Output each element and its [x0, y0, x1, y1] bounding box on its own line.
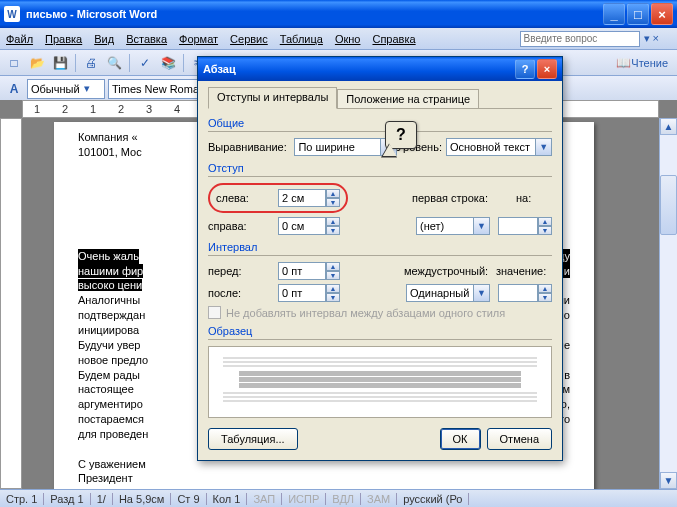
after-up-icon[interactable]: ▲: [326, 284, 340, 293]
style-combo[interactable]: Обычный▾: [27, 79, 105, 99]
status-ext[interactable]: ВДЛ: [326, 493, 361, 505]
help-search-input[interactable]: [520, 31, 640, 47]
indent-right-up-icon[interactable]: ▲: [326, 217, 340, 226]
dialog-close-button[interactable]: ×: [537, 59, 557, 79]
paragraph-dialog: Абзац ? × Отступы и интервалы Положение …: [197, 56, 563, 461]
dialog-title: Абзац: [203, 63, 236, 75]
reading-mode-button[interactable]: 📖 Чтение: [611, 53, 673, 73]
indent-left-up-icon[interactable]: ▲: [326, 189, 340, 198]
alignment-combo[interactable]: По ширине: [294, 138, 380, 156]
status-rec[interactable]: ЗАП: [247, 493, 282, 505]
dialog-help-button[interactable]: ?: [515, 59, 535, 79]
at-down-icon[interactable]: ▼: [538, 293, 552, 302]
at-label: значение:: [496, 265, 546, 277]
status-page: Стр. 1: [0, 493, 44, 505]
menu-view[interactable]: Вид: [94, 33, 114, 45]
maximize-button[interactable]: □: [627, 3, 649, 25]
tab-page-position[interactable]: Положение на странице: [337, 89, 479, 108]
titlebar: W письмо - Microsoft Word _ □ ×: [0, 0, 677, 28]
status-col: Кол 1: [207, 493, 248, 505]
before-input[interactable]: 0 пт: [278, 262, 326, 280]
menubar: Файл Правка Вид Вставка Формат Сервис Та…: [0, 28, 677, 50]
menu-format[interactable]: Формат: [179, 33, 218, 45]
preview-box: [208, 346, 552, 418]
spell-button[interactable]: ✓: [135, 53, 155, 73]
by-up-icon[interactable]: ▲: [538, 217, 552, 226]
firstline-label: первая строка:: [412, 192, 492, 204]
status-bar: Стр. 1 Разд 1 1/ На 5,9см Ст 9 Кол 1 ЗАП…: [0, 489, 677, 507]
after-input[interactable]: 0 пт: [278, 284, 326, 302]
status-ovr[interactable]: ЗАМ: [361, 493, 397, 505]
menu-insert[interactable]: Вставка: [126, 33, 167, 45]
group-general-label: Общие: [208, 117, 552, 129]
indent-left-label: слева:: [216, 192, 272, 204]
print-button[interactable]: 🖨: [81, 53, 101, 73]
ok-button[interactable]: ОК: [440, 428, 481, 450]
alignment-label: Выравнивание:: [208, 141, 288, 153]
status-pages: 1/: [91, 493, 113, 505]
status-trk[interactable]: ИСПР: [282, 493, 326, 505]
by-input[interactable]: [498, 217, 538, 235]
firstline-dropdown-icon[interactable]: ▼: [474, 217, 490, 235]
menu-help[interactable]: Справка: [372, 33, 415, 45]
before-up-icon[interactable]: ▲: [326, 262, 340, 271]
save-button[interactable]: 💾: [50, 53, 70, 73]
linespacing-label: междустрочный:: [404, 265, 490, 277]
menu-table[interactable]: Таблица: [280, 33, 323, 45]
at-input[interactable]: [498, 284, 538, 302]
tabs-button[interactable]: Табуляция...: [208, 428, 298, 450]
highlight-indent-left: слева: 2 см ▲ ▼: [208, 183, 348, 213]
app-icon: W: [4, 6, 20, 22]
help-callout: ?: [385, 121, 417, 149]
level-dropdown-icon[interactable]: ▼: [536, 138, 552, 156]
indent-right-input[interactable]: 0 см: [278, 217, 326, 235]
styles-pane-icon[interactable]: A: [4, 79, 24, 99]
menu-chevron[interactable]: ▾ ×: [644, 32, 659, 45]
group-indent-label: Отступ: [208, 162, 552, 174]
before-down-icon[interactable]: ▼: [326, 271, 340, 280]
linespacing-combo[interactable]: Одинарный: [406, 284, 474, 302]
indent-right-label: справа:: [208, 220, 272, 232]
scroll-thumb[interactable]: [660, 175, 677, 235]
at-up-icon[interactable]: ▲: [538, 284, 552, 293]
vertical-scrollbar[interactable]: ▲ ▼: [659, 118, 677, 489]
nospace-checkbox[interactable]: [208, 306, 221, 319]
scroll-up-icon[interactable]: ▲: [660, 118, 677, 135]
vertical-ruler[interactable]: [0, 118, 22, 489]
group-preview-label: Образец: [208, 325, 552, 337]
tab-indents-spacing[interactable]: Отступы и интервалы: [208, 87, 337, 109]
research-button[interactable]: 📚: [158, 53, 178, 73]
status-line: Ст 9: [171, 493, 206, 505]
dialog-tabs: Отступы и интервалы Положение на страниц…: [208, 87, 552, 109]
status-language[interactable]: русский (Ро: [397, 493, 469, 505]
nospace-label: Не добавлять интервал между абзацами одн…: [226, 307, 505, 319]
dialog-titlebar[interactable]: Абзац ? ×: [198, 57, 562, 81]
close-button[interactable]: ×: [651, 3, 673, 25]
indent-left-input[interactable]: 2 см: [278, 189, 326, 207]
open-button[interactable]: 📂: [27, 53, 47, 73]
window-title: письмо - Microsoft Word: [26, 8, 157, 20]
firstline-combo[interactable]: (нет): [416, 217, 474, 235]
indent-left-down-icon[interactable]: ▼: [326, 198, 340, 207]
preview-button[interactable]: 🔍: [104, 53, 124, 73]
status-at: На 5,9см: [113, 493, 171, 505]
group-spacing-label: Интервал: [208, 241, 552, 253]
menu-edit[interactable]: Правка: [45, 33, 82, 45]
minimize-button[interactable]: _: [603, 3, 625, 25]
menu-file[interactable]: Файл: [6, 33, 33, 45]
scroll-down-icon[interactable]: ▼: [660, 472, 677, 489]
by-down-icon[interactable]: ▼: [538, 226, 552, 235]
before-label: перед:: [208, 265, 272, 277]
linespacing-dropdown-icon[interactable]: ▼: [474, 284, 490, 302]
by-label: на:: [516, 192, 546, 204]
menu-window[interactable]: Окно: [335, 33, 361, 45]
new-button[interactable]: □: [4, 53, 24, 73]
menu-tools[interactable]: Сервис: [230, 33, 268, 45]
after-down-icon[interactable]: ▼: [326, 293, 340, 302]
cancel-button[interactable]: Отмена: [487, 428, 552, 450]
level-combo[interactable]: Основной текст: [446, 138, 536, 156]
indent-right-down-icon[interactable]: ▼: [326, 226, 340, 235]
status-section: Разд 1: [44, 493, 90, 505]
after-label: после:: [208, 287, 272, 299]
